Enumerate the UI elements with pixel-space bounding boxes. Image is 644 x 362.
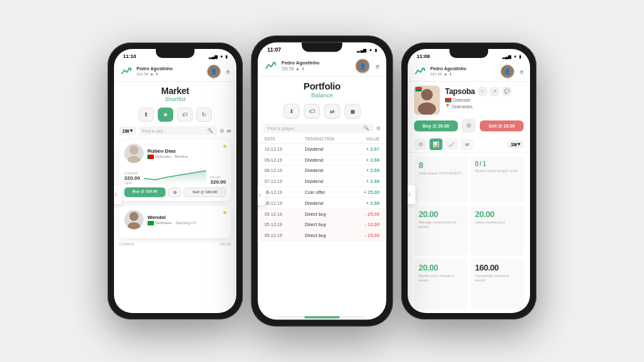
portfolio-content: DATE TRANSACTION VALUE 10-12-19 Dividend… [258, 135, 386, 315]
table-row-2: 08-12-19 Dividend + 2.68 [258, 166, 386, 176]
icon-btn-square-2[interactable]: ◼ [345, 104, 361, 119]
chevron-icon-detail: ▾ [518, 142, 520, 147]
chart-value-info-ruben: VALUE 320.00 [211, 175, 226, 185]
icon-btn-tag-1[interactable]: 🏷 [177, 108, 193, 122]
status-icons-2: ▂▄▆ ▲ ▮ [357, 48, 377, 52]
stat-label-5: Transaction volume in period [475, 274, 520, 283]
filter-icon-2[interactable]: ⚙ [376, 125, 381, 131]
table-row-3: 07-12-19 Dividend + 2.68 [258, 176, 386, 187]
menu-icon-2[interactable]: ≡ [375, 62, 379, 70]
table-row-0: 10-12-19 Dividend + 2.67 [258, 144, 386, 155]
chart-tab-swap[interactable]: ⇄ [460, 138, 473, 150]
time-badge-1[interactable]: 1W ▾ [119, 127, 136, 135]
phone-market-screen: 11:10 ▂▄▆ ▲ ▮ Pedro Agostinho 261.58 [114, 49, 236, 313]
avatar-2: 👤 [355, 59, 370, 73]
stats-grid: 8 Total shares FOOTINVEST 0 / 1 Shares b… [408, 153, 530, 313]
flag-bf-meta [445, 98, 451, 102]
chevron-icon-1: ▾ [130, 128, 133, 133]
player-avatar-img-wendel [124, 210, 144, 229]
icon-buttons-row-1: ⬆ ★ 🏷 ↻ [114, 105, 236, 124]
icon-btn-filter-2[interactable]: ⇄ [324, 104, 340, 119]
download-icon-1: ⬇ [155, 72, 158, 77]
phone-portfolio: 11:07 ▂▄▆ ▲ ▮ Pedro Agostinho 261.58 [251, 35, 393, 327]
player-avatar-wendel [124, 210, 144, 229]
table-row-5: 06-12-19 Dividend + 2.68 [258, 198, 386, 209]
svg-point-6 [128, 222, 140, 229]
share-action-icon[interactable]: ↗ [489, 86, 500, 97]
wifi-icon-1: ▲ [220, 54, 223, 58]
search-input-1[interactable]: Find a slot... 🔍 [138, 126, 218, 135]
nav-arrow-left-2[interactable]: ‹ [258, 185, 266, 205]
app-header-3: Pedro Agostinho 261.58 ▲ ⬇ 👤 ≡ [408, 62, 530, 82]
download-icon-2: ⬇ [301, 66, 305, 71]
avatar-3: 👤 [500, 64, 515, 79]
gear-btn-tapsoba[interactable]: ⚙ [462, 119, 476, 133]
nav-arrow-left-3[interactable]: ‹ [408, 185, 415, 204]
phone-detail: 11:08 ▂▄▆ ▲ ▮ Pedro Agostinho 261.58 [401, 43, 536, 319]
sell-btn-tapsoba[interactable]: Sell @ 10.00 [480, 120, 524, 131]
page-main-title-2: Portfolio [258, 81, 386, 92]
star-icon-wendel[interactable]: ★ [222, 209, 227, 216]
period-badge-detail[interactable]: 1W ▾ [507, 140, 524, 148]
chart-tab-settings[interactable]: ⚙ [414, 138, 427, 150]
wifi-icon-2: ▲ [368, 48, 372, 52]
player-info-wendel: Wendel Midfielder · Sporting CP [147, 214, 226, 225]
gear-btn-ruben[interactable]: ⚙ [168, 187, 181, 197]
balance-arrow-3: ▲ [443, 71, 448, 77]
icon-btn-download-2[interactable]: ⬇ [283, 104, 299, 119]
avatar-img-1: 👤 [207, 65, 220, 78]
mini-chart-ruben [144, 166, 206, 185]
chart-tab-line[interactable]: 📈 [445, 138, 458, 150]
player-detail-header: Tapsoba ☆ ↗ 💬 Defender 📍 Guimaraes [408, 82, 530, 119]
page-sub-title-1: Shortlist [114, 96, 236, 102]
buy-btn-ruben[interactable]: Buy @ 320.00 [124, 187, 166, 197]
search-input-2[interactable]: Find a player... 🔍 [263, 124, 374, 133]
table-row-1: 09-12-19 Dividend + 2.68 [258, 155, 386, 166]
notch-3 [450, 49, 488, 58]
page-title-section-1: Market Shortlist [114, 82, 236, 105]
chart-tab-bar[interactable]: 📊 [430, 138, 442, 150]
icon-btn-star-1[interactable]: ★ [158, 108, 173, 122]
th-date: DATE [265, 137, 305, 141]
filter-icon-1[interactable]: ⚙ [220, 128, 224, 134]
menu-icon-3[interactable]: ≡ [520, 68, 524, 75]
icon-btn-transfer-1[interactable]: ⬆ [138, 108, 154, 122]
player-card-wendel: ★ Wendel Midfi [119, 206, 231, 238]
player-card-header-ruben: Rúben Dias Defender · Benfica [124, 144, 226, 163]
table-row-8: 05-12-19 Direct buy - 15.00 [258, 231, 386, 242]
sort-icon-1[interactable]: ⇄ [227, 128, 231, 134]
icon-btn-refresh-1[interactable]: ↻ [196, 108, 212, 122]
player-meta-ruben: Defender · Benfica [147, 155, 226, 159]
player-card-header-wendel: Wendel Midfielder · Sporting CP [124, 210, 226, 229]
stat-label-0: Total shares FOOTINVEST [419, 171, 463, 176]
card-btns-ruben: Buy @ 320.00 ⚙ Sell @ 160.00 [124, 187, 226, 197]
stat-label-2: Average market price in period [419, 220, 463, 229]
user-balance-3: 261.58 ▲ ⬇ [430, 71, 497, 77]
star-icon-ruben[interactable]: ★ [222, 143, 227, 149]
icon-btn-tag-2[interactable]: 🏷 [304, 104, 320, 119]
svg-point-12 [421, 89, 433, 100]
flag-pt-ruben [147, 155, 154, 159]
player-name-wendel: Wendel [147, 214, 226, 220]
user-info-3: Pedro Agostinho 261.58 ▲ ⬇ [430, 66, 497, 77]
user-balance-2: 261.58 ▲ ⬇ [281, 66, 352, 72]
battery-icon-1: ▮ [225, 54, 227, 59]
user-info-1: Pedro Agostinho 261.58 ▲ ⬇ [137, 66, 204, 77]
star-action-icon[interactable]: ☆ [477, 86, 488, 97]
menu-icon-1[interactable]: ≡ [226, 68, 230, 75]
buy-btn-tapsoba[interactable]: Buy @ 20.00 [414, 120, 458, 131]
sell-btn-ruben[interactable]: Sell @ 160.00 [184, 187, 226, 197]
user-balance-1: 261.58 ▲ ⬇ [137, 71, 204, 77]
chat-action-icon[interactable]: 💬 [502, 86, 512, 97]
svg-point-3 [128, 156, 140, 163]
icon-buttons-row-2: ⬇ 🏷 ⇄ ◼ [258, 101, 386, 122]
stat-card-1: 0 / 1 Shares being bought / sold [471, 157, 524, 202]
stat-card-5: 160.00 Transaction volume in period [471, 259, 524, 309]
stat-value-4: 20.00 [419, 263, 463, 272]
player-info-ruben: Rúben Dias Defender · Benfica [147, 148, 226, 159]
balance-arrow-2: ▲ [295, 66, 299, 72]
stat-value-0: 8 [419, 160, 463, 170]
page-title-section-2: Portfolio Balance [258, 77, 386, 101]
app-logo-1 [120, 65, 133, 78]
nav-arrow-left-1[interactable]: ‹ [114, 185, 122, 204]
